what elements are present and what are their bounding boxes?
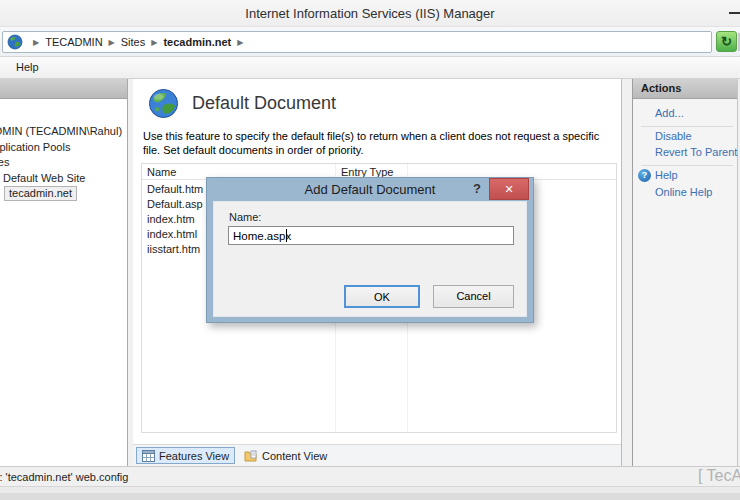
globe-icon <box>7 34 23 50</box>
bottom-strip <box>0 493 740 500</box>
text-caret <box>286 229 287 242</box>
cancel-button[interactable]: Cancel <box>433 285 514 308</box>
actions-divider <box>641 165 733 166</box>
chevron-right-icon: ▶ <box>109 38 115 47</box>
refresh-button[interactable]: ↻ <box>716 31 737 52</box>
tree-item-sites[interactable]: Sites <box>0 155 128 171</box>
breadcrumb-item-sites[interactable]: Sites <box>121 36 145 48</box>
feature-description-line1: Use this feature to specify the default … <box>143 130 613 144</box>
menu-bar: Help <box>0 57 740 79</box>
status-bar: Configuration: 'tecadmin.net' web.config… <box>0 466 740 486</box>
iis-manager-window: Internet Information Services (IIS) Mana… <box>0 0 740 500</box>
action-add[interactable]: Add... <box>655 107 684 119</box>
connections-panel: TECADMIN (TECADMIN\Rahul) Application Po… <box>0 79 128 466</box>
action-help[interactable]: Help <box>655 169 678 181</box>
bottom-strip <box>0 486 740 493</box>
chevron-right-icon: ▶ <box>151 38 157 47</box>
watermark-text: [ TecAdmin ] <box>698 467 740 485</box>
action-online-help[interactable]: Online Help <box>655 186 712 198</box>
tree-item-application-pools[interactable]: Application Pools <box>0 140 128 156</box>
status-configuration-text: Configuration: 'tecadmin.net' web.config <box>0 471 128 483</box>
name-label: Name: <box>229 211 261 223</box>
features-view-icon <box>142 450 155 462</box>
tree-item-server[interactable]: TECADMIN (TECADMIN\Rahul) <box>0 124 128 140</box>
default-document-globe-icon <box>148 88 179 119</box>
column-header-name[interactable]: Name <box>147 166 176 178</box>
action-revert-to-parent[interactable]: Revert To Parent <box>655 146 737 158</box>
dialog-body: Name: OK Cancel <box>213 201 527 317</box>
dialog-title: Add Default Document <box>207 182 533 197</box>
minimize-icon[interactable] <box>729 12 740 14</box>
actions-header-label: Actions <box>641 82 681 94</box>
actions-divider <box>641 126 733 127</box>
connections-tree: TECADMIN (TECADMIN\Rahul) Application Po… <box>0 124 128 202</box>
content-view-icon <box>244 450 258 462</box>
help-icon: ? <box>638 169 651 182</box>
actions-panel: Actions Add... Disable Revert To Parent … <box>632 79 738 466</box>
page-title: Default Document <box>192 93 336 114</box>
tab-features-view-label: Features View <box>159 450 229 462</box>
breadcrumb-item-server[interactable]: TECADMIN <box>45 36 102 48</box>
chevron-right-icon: ▶ <box>33 38 39 47</box>
title-bar: Internet Information Services (IIS) Mana… <box>0 0 740 27</box>
address-bar: ▶ TECADMIN ▶ Sites ▶ tecadmin.net ▶ ↻ <box>0 27 740 57</box>
close-icon[interactable]: ✕ <box>489 178 529 200</box>
breadcrumb[interactable]: ▶ TECADMIN ▶ Sites ▶ tecadmin.net ▶ <box>2 31 712 53</box>
window-title: Internet Information Services (IIS) Mana… <box>0 6 740 21</box>
tree-item-selected-label[interactable]: tecadmin.net <box>4 186 77 201</box>
menu-help[interactable]: Help <box>16 61 39 73</box>
tree-item-tecadmin-site[interactable]: tecadmin.net <box>4 186 128 202</box>
tab-content-view-label: Content View <box>262 450 327 462</box>
tab-content-view[interactable]: Content View <box>239 447 332 464</box>
add-default-document-dialog: Add Default Document ? ✕ Name: OK Cancel <box>206 177 534 323</box>
breadcrumb-item-site[interactable]: tecadmin.net <box>163 36 231 48</box>
actions-header: Actions <box>633 79 737 99</box>
feature-description-line2: file. Set default documents in order of … <box>143 144 613 158</box>
feature-description: Use this feature to specify the default … <box>143 130 613 157</box>
view-tab-bar: Features View Content View <box>133 445 621 466</box>
connections-header <box>0 79 127 99</box>
ok-button[interactable]: OK <box>344 285 420 308</box>
dialog-help-icon[interactable]: ? <box>473 181 481 196</box>
name-input[interactable] <box>228 226 514 245</box>
chevron-right-icon: ▶ <box>237 38 243 47</box>
tree-item-default-web-site[interactable]: Default Web Site <box>3 171 128 187</box>
action-disable[interactable]: Disable <box>655 130 692 142</box>
tab-features-view[interactable]: Features View <box>136 447 235 464</box>
